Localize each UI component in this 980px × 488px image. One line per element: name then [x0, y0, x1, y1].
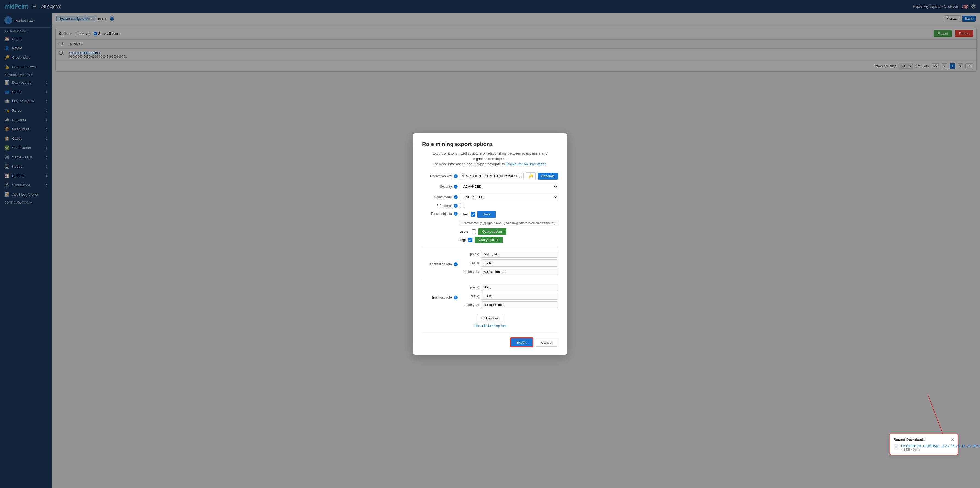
name-mode-select[interactable]: ENCRYPTED PLAIN: [460, 193, 558, 201]
security-select[interactable]: ADVANCED BASIC: [460, 183, 558, 190]
name-mode-info-icon[interactable]: i: [454, 195, 458, 199]
business-role-archetype-input[interactable]: [481, 301, 558, 308]
app-role-title-row: Application role: i prefix: suffix:: [422, 250, 558, 278]
save-button[interactable]: Save: [477, 211, 496, 218]
users-query-options-button[interactable]: Query options: [478, 228, 506, 235]
business-role-prefix-label: prefix:: [460, 285, 479, 289]
app-role-info-icon[interactable]: i: [454, 262, 458, 266]
users-section: users: Query options: [460, 228, 558, 235]
hide-additional-options-link[interactable]: Hide additional options: [422, 324, 558, 328]
business-role-suffix-row: suffix:: [460, 293, 558, 300]
business-role-title-row: Business role: i prefix: suffix:: [422, 284, 558, 311]
app-role-archetype-input[interactable]: [481, 268, 558, 275]
org-section: org: Query options: [460, 237, 558, 243]
file-icon: 📄: [893, 444, 899, 449]
roles-checkbox[interactable]: [471, 212, 475, 217]
business-role-prefix-input[interactable]: [481, 284, 558, 291]
modal-description: Export of anonymized structure of relati…: [422, 151, 558, 167]
query-expression-row: [460, 220, 558, 228]
download-meta: 4.1 KB • Done: [901, 448, 980, 451]
business-role-fields: prefix: suffix: archetype:: [460, 284, 558, 311]
zip-format-info-icon[interactable]: i: [454, 204, 458, 208]
modal-title: Role mining export options: [422, 141, 558, 147]
encryption-key-label: Encryption key: i: [422, 174, 458, 178]
name-mode-label: Name mode: i: [422, 195, 458, 199]
encryption-key-info-icon[interactable]: i: [454, 174, 458, 178]
download-filename[interactable]: ExportedData_ObjectType_2023_05_24_13_23…: [901, 444, 980, 448]
org-label: org:: [460, 238, 466, 242]
business-role-info-icon[interactable]: i: [454, 296, 458, 300]
security-label: Security: i: [422, 185, 458, 188]
app-role-label: Application role: i: [422, 262, 458, 266]
recent-downloads-title-bar: Recent Downloads ✕: [893, 437, 954, 442]
business-role-archetype-label: archetype:: [460, 303, 479, 307]
evolveum-doc-link[interactable]: Evolveum Documentation.: [506, 162, 547, 166]
roles-label: roles:: [460, 212, 469, 216]
modal-footer: Export Cancel: [422, 333, 558, 347]
export-objects-content: roles: Save users: Query options org:: [460, 211, 558, 245]
zip-format-row: ZIP format: i: [422, 204, 558, 208]
download-item: 📄 ExportedData_ObjectType_2023_05_24_13_…: [893, 444, 954, 451]
users-label: users:: [460, 230, 469, 234]
security-info-icon[interactable]: i: [454, 185, 458, 188]
app-role-fields: prefix: suffix: archetype:: [460, 250, 558, 278]
export-objects-info-icon[interactable]: i: [454, 212, 458, 216]
app-role-suffix-label: suffix:: [460, 261, 479, 265]
recent-downloads-close-icon[interactable]: ✕: [951, 437, 954, 442]
key-icon-button[interactable]: 🔑: [526, 172, 536, 180]
encryption-key-row: Encryption key: i 🔑 Generate: [422, 172, 558, 180]
org-query-options-button[interactable]: Query options: [475, 237, 503, 243]
app-role-prefix-input[interactable]: [481, 250, 558, 258]
export-objects-label: Export objects: i: [422, 212, 458, 216]
app-role-prefix-row: prefix:: [460, 250, 558, 258]
export-objects-row: Export objects: i roles: Save users:: [422, 211, 558, 245]
users-checkbox[interactable]: [472, 230, 476, 234]
export-options-modal: Role mining export options Export of ano…: [413, 133, 567, 355]
org-checkbox[interactable]: [468, 238, 473, 242]
hide-link-container: Hide additional options: [422, 324, 558, 328]
app-role-prefix-label: prefix:: [460, 252, 479, 256]
query-expression-input[interactable]: [460, 220, 558, 226]
modal-export-button[interactable]: Export: [510, 338, 533, 347]
zip-format-label: ZIP format: i: [422, 204, 458, 208]
modal-cancel-button[interactable]: Cancel: [536, 338, 558, 347]
edit-options-button[interactable]: Edit options: [477, 314, 503, 322]
app-role-archetype-label: archetype:: [460, 270, 479, 274]
app-role-archetype-row: archetype:: [460, 268, 558, 275]
business-role-suffix-label: suffix:: [460, 294, 479, 298]
encryption-key-input[interactable]: [460, 173, 524, 180]
download-info: ExportedData_ObjectType_2023_05_24_13_23…: [901, 444, 980, 451]
application-role-section: Application role: i prefix: suffix:: [422, 247, 558, 278]
business-role-archetype-row: archetype:: [460, 301, 558, 308]
roles-section: roles: Save: [460, 211, 558, 218]
app-role-suffix-row: suffix:: [460, 259, 558, 266]
edit-options-container: Edit options: [422, 314, 558, 322]
security-row: Security: i ADVANCED BASIC: [422, 183, 558, 190]
business-role-label: Business role: i: [422, 296, 458, 300]
app-role-suffix-input[interactable]: [481, 259, 558, 266]
name-mode-row: Name mode: i ENCRYPTED PLAIN: [422, 193, 558, 201]
modal-overlay[interactable]: Role mining export options Export of ano…: [0, 0, 980, 488]
generate-button[interactable]: Generate: [538, 173, 558, 180]
business-role-section: Business role: i prefix: suffix:: [422, 281, 558, 311]
business-role-suffix-input[interactable]: [481, 293, 558, 300]
business-role-prefix-row: prefix:: [460, 284, 558, 291]
recent-downloads-popup: Recent Downloads ✕ 📄 ExportedData_Object…: [889, 434, 958, 455]
zip-format-checkbox[interactable]: [460, 204, 464, 208]
